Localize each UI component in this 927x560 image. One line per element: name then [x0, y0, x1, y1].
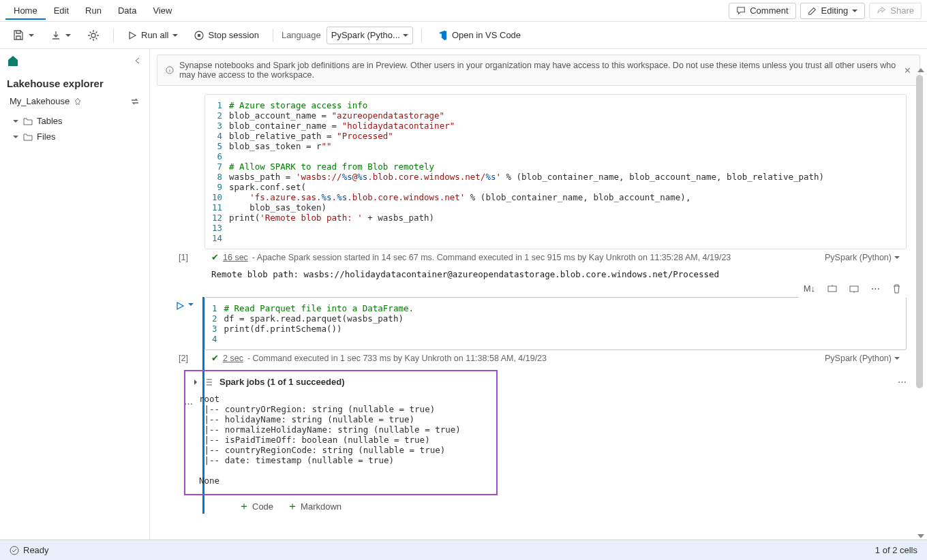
- run-all-button[interactable]: Run all: [122, 27, 183, 43]
- download-dropdown[interactable]: [45, 27, 76, 44]
- comment-icon: [736, 6, 746, 16]
- add-markdown-button[interactable]: ＋ Markdown: [287, 499, 341, 514]
- run-dropdown-icon[interactable]: [187, 301, 194, 308]
- svg-point-7: [10, 546, 18, 555]
- svg-rect-2: [198, 34, 200, 37]
- sidebar-title: Lakehouse explorer: [0, 72, 149, 92]
- stop-icon: [194, 31, 204, 40]
- chevron-down-icon: [172, 33, 178, 38]
- info-banner: Synapse notebooks and Spark job definiti…: [157, 55, 920, 86]
- tree-files[interactable]: Files: [0, 129, 149, 144]
- swap-icon[interactable]: [130, 97, 140, 106]
- language-select[interactable]: PySpark (Pytho...: [326, 27, 413, 44]
- download-icon: [50, 30, 61, 41]
- code-cell-1: 1234567891011121314 # Azure storage acce…: [204, 94, 907, 283]
- tree-tables[interactable]: Tables: [0, 113, 149, 129]
- info-banner-text: Synapse notebooks and Spark job definiti…: [179, 61, 904, 80]
- comment-button[interactable]: Comment: [729, 3, 795, 19]
- menu-edit[interactable]: Edit: [46, 1, 77, 20]
- line-numbers: 1234: [205, 298, 224, 349]
- cell-index: [1]: [179, 253, 188, 262]
- list-icon: [204, 377, 214, 387]
- insert-below-button[interactable]: [845, 281, 863, 296]
- chevron-down-icon: [12, 134, 19, 140]
- line-numbers: 1234567891011121314: [205, 95, 229, 249]
- status-time: 16 sec: [223, 253, 248, 262]
- cell-lang-select[interactable]: PySpark (Python): [825, 253, 900, 262]
- chevron-down-icon: [12, 118, 19, 125]
- output-options[interactable]: ⋯: [184, 399, 193, 409]
- cell-index: [2]: [179, 354, 188, 363]
- close-banner-button[interactable]: ✕: [904, 65, 911, 76]
- svg-rect-6: [850, 286, 858, 292]
- folder-icon: [23, 132, 33, 142]
- cell-lang-select[interactable]: PySpark (Python): [825, 354, 900, 363]
- svg-point-0: [91, 33, 95, 37]
- vscode-icon: [436, 29, 448, 42]
- scroll-down-icon[interactable]: [917, 534, 924, 538]
- share-button[interactable]: Share: [869, 3, 922, 19]
- toolbar: Run all Stop session Language PySpark (P…: [0, 22, 927, 49]
- scroll-thumb[interactable]: [916, 75, 923, 388]
- info-icon: [166, 65, 174, 75]
- run-all-label: Run all: [141, 30, 168, 40]
- lakehouse-icon: [7, 55, 19, 67]
- tree-files-label: Files: [37, 131, 55, 142]
- status-text: - Command executed in 1 sec 733 ms by Ka…: [247, 354, 547, 363]
- stop-session-button[interactable]: Stop session: [189, 27, 264, 43]
- chevron-down-icon: [852, 8, 857, 14]
- cell-status: [2] ✔ 2 sec - Command executed in 1 sec …: [204, 350, 907, 366]
- menu-run[interactable]: Run: [77, 1, 110, 20]
- output-more-button[interactable]: ⋯: [898, 377, 907, 387]
- delete-cell-button[interactable]: [888, 281, 905, 296]
- more-button[interactable]: ⋯: [867, 281, 884, 296]
- folder-icon: [23, 116, 33, 126]
- notebook-content: Synapse notebooks and Spark job definiti…: [150, 49, 927, 540]
- chevron-down-icon: [29, 33, 34, 38]
- sidebar: Lakehouse explorer My_Lakehouse Tables F…: [0, 49, 150, 540]
- save-icon: [12, 29, 25, 42]
- scrollbar[interactable]: [916, 68, 926, 540]
- menu-view[interactable]: View: [145, 1, 180, 20]
- editing-button[interactable]: Editing: [800, 3, 866, 19]
- svg-rect-3: [8, 65, 18, 66]
- schema-output: root |-- countryOrRegion: string (nullab…: [192, 391, 489, 488]
- save-dropdown[interactable]: [7, 27, 40, 44]
- scroll-up-icon[interactable]: [917, 68, 924, 72]
- check-icon: ✔: [211, 353, 219, 363]
- run-cell-button[interactable]: [175, 301, 185, 311]
- spark-jobs-output: Spark jobs (1 of 1 succeeded) root |-- c…: [184, 370, 498, 495]
- settings-button[interactable]: [82, 27, 105, 44]
- ready-icon: [10, 546, 19, 555]
- svg-rect-5: [828, 286, 836, 292]
- add-cell-row: ＋ Code ＋ Markdown: [204, 495, 907, 514]
- chevron-down-icon: [65, 33, 71, 38]
- pin-icon[interactable]: [74, 97, 82, 106]
- convert-markdown-button[interactable]: M↓: [800, 281, 819, 296]
- open-vscode-button[interactable]: Open in VS Code: [430, 27, 526, 44]
- cell-status: [1] ✔ 16 sec - Apache Spark session star…: [204, 249, 907, 265]
- menubar: Home Edit Run Data View Comment Editing …: [0, 0, 927, 22]
- cell-count: 1 of 2 cells: [875, 545, 917, 555]
- code-editor[interactable]: 1234567891011121314 # Azure storage acce…: [204, 94, 907, 249]
- check-icon: ✔: [211, 252, 219, 262]
- language-value: PySpark (Pytho...: [331, 30, 400, 40]
- menu-data[interactable]: Data: [110, 1, 145, 20]
- menu-home[interactable]: Home: [5, 1, 46, 20]
- stop-session-label: Stop session: [208, 30, 258, 40]
- status-text: - Apache Spark session started in 14 sec…: [252, 253, 731, 262]
- insert-above-button[interactable]: [823, 281, 841, 296]
- add-code-button[interactable]: ＋ Code: [239, 499, 273, 514]
- code-text[interactable]: # Read Parquet file into a DataFrame. df…: [224, 298, 421, 349]
- statusbar: Ready 1 of 2 cells: [0, 540, 927, 560]
- status-ready: Ready: [23, 545, 49, 555]
- editing-label: Editing: [821, 5, 849, 16]
- lakehouse-name[interactable]: My_Lakehouse: [10, 96, 70, 106]
- chevron-right-icon[interactable]: [192, 379, 199, 386]
- play-icon: [127, 31, 137, 40]
- chevron-down-icon: [894, 255, 900, 260]
- code-text[interactable]: # Azure storage access info blob_account…: [229, 95, 831, 249]
- pencil-icon: [808, 6, 817, 16]
- code-editor[interactable]: 1234 # Read Parquet file into a DataFram…: [204, 297, 907, 350]
- collapse-sidebar-button[interactable]: [133, 56, 142, 65]
